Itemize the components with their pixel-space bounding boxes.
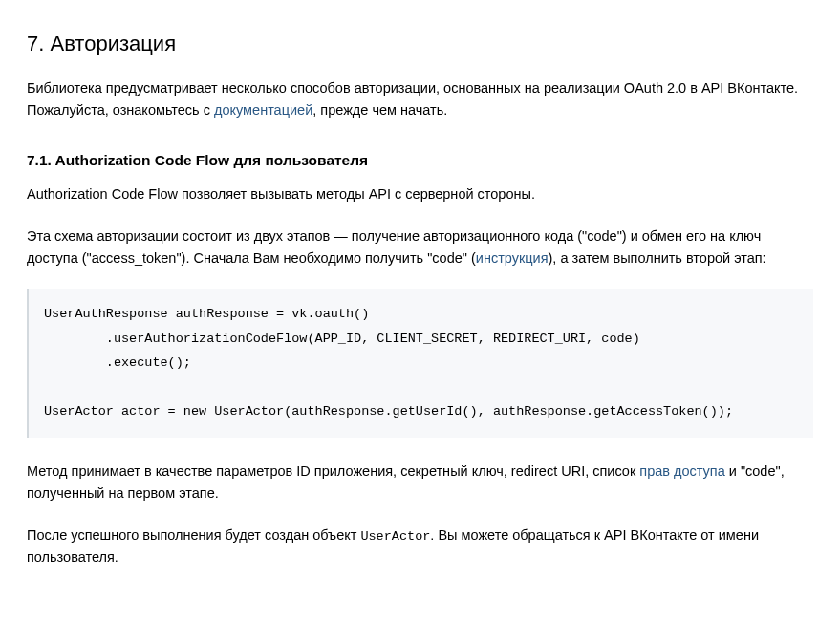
subsection-title: Authorization Code Flow для пользователя — [55, 152, 369, 168]
intro-text-after: , прежде чем начать. — [312, 102, 447, 118]
access-rights-link[interactable]: прав доступа — [639, 463, 724, 479]
subsection-p2: Эта схема авторизации состоит из двух эт… — [27, 225, 813, 269]
section-number: 7. — [27, 32, 44, 55]
instruction-link[interactable]: инструкция — [476, 250, 549, 266]
p3-text-before: Метод принимает в качестве параметров ID… — [27, 463, 639, 479]
section-title: Авторизация — [50, 32, 176, 55]
section-intro: Библиотека предусматривает несколько спо… — [27, 77, 813, 121]
documentation-link[interactable]: документацией — [214, 102, 312, 118]
section-heading: 7. Авторизация — [27, 27, 813, 60]
subsection-heading: 7.1. Authorization Code Flow для пользов… — [27, 149, 813, 173]
subsection-p3: Метод принимает в качестве параметров ID… — [27, 461, 813, 504]
subsection-p4: После успешного выполнения будет создан … — [27, 525, 813, 569]
subsection-p1: Authorization Code Flow позволяет вызыва… — [27, 183, 813, 205]
inline-code: UserActor — [360, 529, 430, 544]
p2-text-after: ), а затем выполнить второй этап: — [549, 250, 766, 266]
subsection-number: 7.1. — [27, 152, 52, 168]
p4-text-before: После успешного выполнения будет создан … — [27, 527, 360, 543]
code-block: UserAuthResponse authResponse = vk.oauth… — [27, 289, 813, 438]
